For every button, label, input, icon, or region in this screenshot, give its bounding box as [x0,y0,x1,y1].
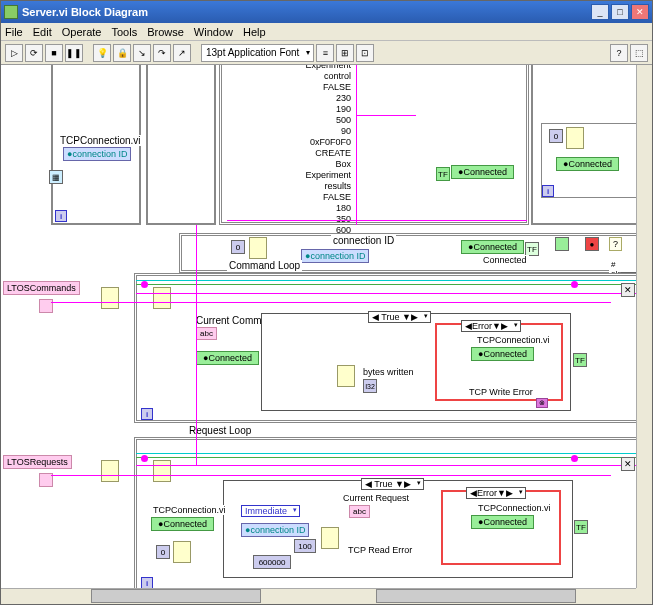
step-over-button[interactable]: ↷ [153,44,171,62]
scrollbar-thumb-h1[interactable] [91,589,261,603]
connection-id-terminal-mid[interactable]: ●connection ID [301,249,369,263]
wire-grn-cmd [136,284,636,285]
wire-pink-bottom-top [227,220,527,221]
wire-pink-cmd2 [136,293,636,294]
align-button[interactable]: ≡ [316,44,334,62]
connected-req[interactable]: ●Connected [151,517,214,531]
tunnel-req-2 [571,455,578,462]
wire-pink-req2 [136,465,636,466]
num-const-0-tr: 0 [549,129,563,143]
close-button[interactable]: ✕ [631,4,649,20]
case-selector-error-req[interactable]: ◀Error▼▶ [466,487,526,499]
menu-browse[interactable]: Browse [147,26,184,38]
wire-cyan-cmd-top [136,280,636,281]
wire-cyan-req [136,453,636,454]
loop-iteration-i-cmd: i [141,408,153,420]
current-request-node[interactable]: abc [349,505,370,518]
tcp-read-error-label: TCP Read Error [346,545,414,555]
queue-node-cmd-in[interactable] [153,287,171,309]
scrollbar-thumb-h2[interactable] [376,589,576,603]
connected-err-req[interactable]: ●Connected [471,515,534,529]
highlight-button[interactable]: 💡 [93,44,111,62]
help-node[interactable]: ? [609,237,622,251]
const-600000: 600000 [253,555,291,569]
tcp-conn-label-err-req: TCPConnection.vi [476,503,553,513]
bool-led-mid1 [555,237,569,251]
error-cluster-cmd[interactable]: ⊗ [536,398,548,408]
tcp-conn-label-1: TCPConnection.vi [58,135,143,146]
bool-tf-mid: TF [525,242,539,256]
minimize-button[interactable]: _ [591,4,609,20]
subvi-icon-mid[interactable] [249,237,267,259]
stop-node-mid[interactable]: ● [585,237,599,251]
ltos-commands-label: LTOSCommands [3,281,80,295]
connection-id-terminal-1[interactable]: ●connection ID [63,147,131,161]
step-into-button[interactable]: ↘ [133,44,151,62]
close-node-cmd[interactable]: ✕ [621,283,635,297]
subvi-icon-tr[interactable] [566,127,584,149]
menu-operate[interactable]: Operate [62,26,102,38]
queue-node-cmd-out[interactable] [101,287,119,309]
retain-button[interactable]: 🔒 [113,44,131,62]
tcp-conn-label-cmd: TCPConnection.vi [475,335,552,345]
case-selector-error-cmd[interactable]: ◀Error▼▶ [461,320,521,332]
connected-indicator-tr[interactable]: ●Connected [556,157,619,171]
step-out-button[interactable]: ↗ [173,44,191,62]
run-button[interactable]: ▷ [5,44,23,62]
menu-tools[interactable]: Tools [111,26,137,38]
subvi-icon-req[interactable] [173,541,191,563]
scrollbar-vertical[interactable] [636,65,652,588]
menu-edit[interactable]: Edit [33,26,52,38]
distribute-button[interactable]: ⊞ [336,44,354,62]
connected-indicator-mid[interactable]: ●Connected [461,240,524,254]
current-command-node[interactable]: abc [196,327,217,340]
tcp-write-error-label: TCP Write Error [467,387,535,397]
wire-grn-req [136,457,636,458]
maximize-button[interactable]: □ [611,4,629,20]
wire-queue-req [51,475,611,476]
titlebar: Server.vi Block Diagram _ □ ✕ [1,1,652,23]
loop-iteration-i-req: i [141,577,153,588]
menu-window[interactable]: Window [194,26,233,38]
menu-file[interactable]: File [5,26,23,38]
subvi-node-1[interactable]: ▦ [49,170,63,184]
tunnel-req-1 [141,455,148,462]
case-selector-true-req[interactable]: ◀ True ▼▶ [361,478,424,490]
block-diagram-canvas[interactable]: Experiment controlFALSE230 19050090 0xF0… [1,65,636,588]
loop-frame-top2 [146,65,216,225]
num-const-0-req: 0 [156,545,170,559]
vi-icon[interactable]: ⬚ [630,44,648,62]
connection-id-req[interactable]: ●connection ID [241,523,309,537]
bool-const-tf-1: TF [436,167,450,181]
case-selector-true-cmd[interactable]: ◀ True ▼▶ [368,311,431,323]
context-help-button[interactable]: ? [610,44,628,62]
run-cont-button[interactable]: ⟳ [25,44,43,62]
wire-pink-top [356,115,416,116]
queue-node-req-in[interactable] [153,460,171,482]
font-select[interactable]: 13pt Application Font [201,44,314,62]
immediate-selector[interactable]: Immediate [241,505,300,517]
connected-indicator-top[interactable]: ●Connected [451,165,514,179]
scrollbar-horizontal[interactable] [1,588,636,604]
pause-button[interactable]: ❚❚ [65,44,83,62]
tcp-write-node[interactable] [337,365,355,387]
reorder-button[interactable]: ⊡ [356,44,374,62]
queue-node-req-out[interactable] [101,460,119,482]
toolbar: ▷ ⟳ ■ ❚❚ 💡 🔒 ↘ ↷ ↗ 13pt Application Font… [1,41,652,65]
wire-cyan-main-v [196,225,197,465]
connected-err-cmd[interactable]: ●Connected [471,347,534,361]
num-const-0-mid: 0 [231,240,245,254]
connected-cmd[interactable]: ●Connected [196,351,259,365]
tunnel-cmd-1 [571,281,578,288]
menu-help[interactable]: Help [243,26,266,38]
close-node-req[interactable]: ✕ [621,457,635,471]
wire-pink-top-v [356,65,357,225]
bytes-i32: I32 [363,379,377,393]
sequence-frame-top [219,65,529,225]
loop-iteration-i-tr: i [542,185,554,197]
app-icon [4,5,18,19]
stop-button[interactable]: ■ [45,44,63,62]
menubar: File Edit Operate Tools Browse Window He… [1,23,652,41]
bool-tf-req-out: TF [574,520,588,534]
tcp-read-node[interactable] [321,527,339,549]
